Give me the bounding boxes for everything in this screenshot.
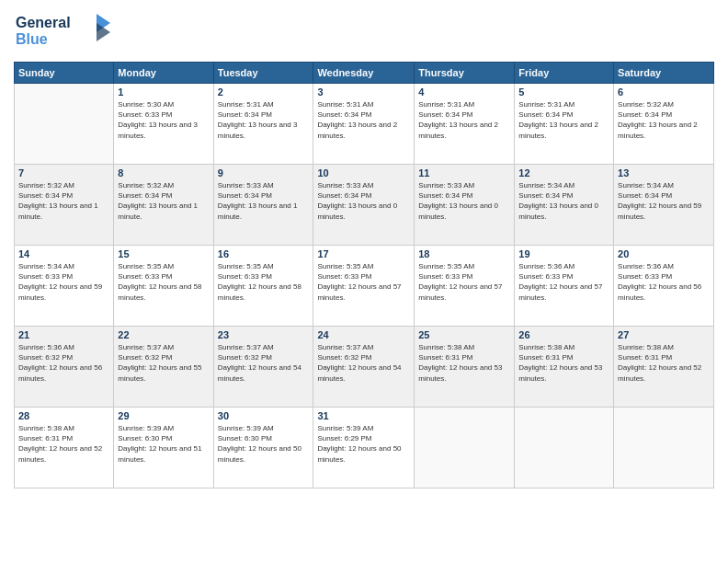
day-number: 3 xyxy=(317,86,410,98)
day-info: Sunrise: 5:38 AMSunset: 6:31 PMDaylight:… xyxy=(618,342,710,384)
calendar-cell: 31Sunrise: 5:39 AMSunset: 6:29 PMDayligh… xyxy=(313,408,415,488)
calendar-cell: 19Sunrise: 5:36 AMSunset: 6:33 PMDayligh… xyxy=(515,246,614,327)
day-info: Sunrise: 5:37 AMSunset: 6:32 PMDaylight:… xyxy=(317,342,410,384)
calendar-cell xyxy=(515,408,614,488)
logo: General Blue xyxy=(14,9,115,54)
header: General Blue xyxy=(14,9,714,54)
day-number: 12 xyxy=(518,167,609,178)
weekday-header-thursday: Thursday xyxy=(415,63,515,84)
day-number: 16 xyxy=(218,248,310,259)
calendar-cell: 14Sunrise: 5:34 AMSunset: 6:33 PMDayligh… xyxy=(15,246,114,327)
calendar-cell: 10Sunrise: 5:33 AMSunset: 6:34 PMDayligh… xyxy=(313,165,415,246)
day-info: Sunrise: 5:37 AMSunset: 6:32 PMDaylight:… xyxy=(218,342,310,384)
day-number: 27 xyxy=(618,329,710,340)
day-info: Sunrise: 5:34 AMSunset: 6:34 PMDaylight:… xyxy=(518,180,609,222)
weekday-header-sunday: Sunday xyxy=(15,63,114,84)
day-number: 5 xyxy=(518,86,609,98)
day-number: 22 xyxy=(118,329,209,340)
calendar-page: General Blue SundayMondayTuesdayWednesda… xyxy=(0,0,728,563)
day-info: Sunrise: 5:34 AMSunset: 6:33 PMDaylight:… xyxy=(18,261,109,303)
calendar-cell: 24Sunrise: 5:37 AMSunset: 6:32 PMDayligh… xyxy=(313,327,415,408)
calendar-cell: 29Sunrise: 5:39 AMSunset: 6:30 PMDayligh… xyxy=(114,408,213,488)
day-number: 24 xyxy=(317,329,410,340)
day-info: Sunrise: 5:35 AMSunset: 6:33 PMDaylight:… xyxy=(218,261,310,303)
day-number: 9 xyxy=(218,167,310,178)
calendar-cell: 7Sunrise: 5:32 AMSunset: 6:34 PMDaylight… xyxy=(15,165,114,246)
day-info: Sunrise: 5:37 AMSunset: 6:32 PMDaylight:… xyxy=(118,342,209,384)
day-info: Sunrise: 5:31 AMSunset: 6:34 PMDaylight:… xyxy=(218,99,310,141)
day-number: 19 xyxy=(518,248,609,259)
calendar-cell: 22Sunrise: 5:37 AMSunset: 6:32 PMDayligh… xyxy=(114,327,213,408)
day-number: 13 xyxy=(618,167,710,178)
week-row-5: 28Sunrise: 5:38 AMSunset: 6:31 PMDayligh… xyxy=(15,408,714,488)
calendar-cell: 30Sunrise: 5:39 AMSunset: 6:30 PMDayligh… xyxy=(213,408,313,488)
calendar-cell: 2Sunrise: 5:31 AMSunset: 6:34 PMDaylight… xyxy=(213,84,313,165)
calendar-cell: 4Sunrise: 5:31 AMSunset: 6:34 PMDaylight… xyxy=(415,84,515,165)
calendar-cell: 27Sunrise: 5:38 AMSunset: 6:31 PMDayligh… xyxy=(614,327,714,408)
day-info: Sunrise: 5:36 AMSunset: 6:32 PMDaylight:… xyxy=(18,342,109,384)
day-number: 7 xyxy=(18,167,109,178)
calendar-cell: 18Sunrise: 5:35 AMSunset: 6:33 PMDayligh… xyxy=(415,246,515,327)
day-number: 1 xyxy=(118,86,209,98)
weekday-header-monday: Monday xyxy=(114,63,213,84)
day-info: Sunrise: 5:31 AMSunset: 6:34 PMDaylight:… xyxy=(418,99,510,141)
calendar-cell: 13Sunrise: 5:34 AMSunset: 6:34 PMDayligh… xyxy=(614,165,714,246)
day-info: Sunrise: 5:32 AMSunset: 6:34 PMDaylight:… xyxy=(118,180,209,222)
day-info: Sunrise: 5:33 AMSunset: 6:34 PMDaylight:… xyxy=(418,180,510,222)
day-number: 29 xyxy=(118,410,209,421)
day-info: Sunrise: 5:32 AMSunset: 6:34 PMDaylight:… xyxy=(18,180,109,222)
day-number: 14 xyxy=(18,248,109,259)
weekday-header-friday: Friday xyxy=(515,63,614,84)
calendar-cell: 1Sunrise: 5:30 AMSunset: 6:33 PMDaylight… xyxy=(114,84,213,165)
day-number: 10 xyxy=(317,167,410,178)
day-info: Sunrise: 5:39 AMSunset: 6:30 PMDaylight:… xyxy=(218,423,310,465)
day-number: 21 xyxy=(18,329,109,340)
day-number: 28 xyxy=(18,410,109,421)
weekday-header-saturday: Saturday xyxy=(614,63,714,84)
calendar-cell xyxy=(15,84,114,165)
day-info: Sunrise: 5:38 AMSunset: 6:31 PMDaylight:… xyxy=(18,423,109,465)
calendar-cell: 9Sunrise: 5:33 AMSunset: 6:34 PMDaylight… xyxy=(213,165,313,246)
svg-text:Blue: Blue xyxy=(16,31,48,47)
calendar-cell: 3Sunrise: 5:31 AMSunset: 6:34 PMDaylight… xyxy=(313,84,415,165)
calendar-cell: 12Sunrise: 5:34 AMSunset: 6:34 PMDayligh… xyxy=(515,165,614,246)
day-number: 4 xyxy=(418,86,510,98)
day-number: 31 xyxy=(317,410,410,421)
calendar-cell xyxy=(415,408,515,488)
day-info: Sunrise: 5:39 AMSunset: 6:30 PMDaylight:… xyxy=(118,423,209,465)
calendar-cell xyxy=(614,408,714,488)
day-number: 8 xyxy=(118,167,209,178)
day-number: 23 xyxy=(218,329,310,340)
calendar-cell: 23Sunrise: 5:37 AMSunset: 6:32 PMDayligh… xyxy=(213,327,313,408)
day-number: 2 xyxy=(218,86,310,98)
calendar-cell: 6Sunrise: 5:32 AMSunset: 6:34 PMDaylight… xyxy=(614,84,714,165)
calendar-cell: 20Sunrise: 5:36 AMSunset: 6:33 PMDayligh… xyxy=(614,246,714,327)
day-number: 11 xyxy=(418,167,510,178)
day-number: 18 xyxy=(418,248,510,259)
calendar-cell: 25Sunrise: 5:38 AMSunset: 6:31 PMDayligh… xyxy=(415,327,515,408)
day-info: Sunrise: 5:31 AMSunset: 6:34 PMDaylight:… xyxy=(317,99,410,141)
week-row-4: 21Sunrise: 5:36 AMSunset: 6:32 PMDayligh… xyxy=(15,327,714,408)
day-info: Sunrise: 5:35 AMSunset: 6:33 PMDaylight:… xyxy=(317,261,410,303)
calendar-cell: 28Sunrise: 5:38 AMSunset: 6:31 PMDayligh… xyxy=(15,408,114,488)
day-number: 30 xyxy=(218,410,310,421)
calendar-cell: 21Sunrise: 5:36 AMSunset: 6:32 PMDayligh… xyxy=(15,327,114,408)
day-number: 25 xyxy=(418,329,510,340)
calendar-table: SundayMondayTuesdayWednesdayThursdayFrid… xyxy=(14,62,714,488)
day-info: Sunrise: 5:38 AMSunset: 6:31 PMDaylight:… xyxy=(418,342,510,384)
calendar-cell: 15Sunrise: 5:35 AMSunset: 6:33 PMDayligh… xyxy=(114,246,213,327)
day-info: Sunrise: 5:33 AMSunset: 6:34 PMDaylight:… xyxy=(218,180,310,222)
calendar-cell: 11Sunrise: 5:33 AMSunset: 6:34 PMDayligh… xyxy=(415,165,515,246)
day-info: Sunrise: 5:33 AMSunset: 6:34 PMDaylight:… xyxy=(317,180,410,222)
weekday-header-wednesday: Wednesday xyxy=(313,63,415,84)
calendar-cell: 16Sunrise: 5:35 AMSunset: 6:33 PMDayligh… xyxy=(213,246,313,327)
logo-text: General Blue xyxy=(14,9,115,54)
week-row-3: 14Sunrise: 5:34 AMSunset: 6:33 PMDayligh… xyxy=(15,246,714,327)
day-info: Sunrise: 5:35 AMSunset: 6:33 PMDaylight:… xyxy=(118,261,209,303)
day-info: Sunrise: 5:34 AMSunset: 6:34 PMDaylight:… xyxy=(618,180,710,222)
day-info: Sunrise: 5:39 AMSunset: 6:29 PMDaylight:… xyxy=(317,423,410,465)
calendar-cell: 5Sunrise: 5:31 AMSunset: 6:34 PMDaylight… xyxy=(515,84,614,165)
day-info: Sunrise: 5:30 AMSunset: 6:33 PMDaylight:… xyxy=(118,99,209,141)
calendar-cell: 26Sunrise: 5:38 AMSunset: 6:31 PMDayligh… xyxy=(515,327,614,408)
weekday-header-row: SundayMondayTuesdayWednesdayThursdayFrid… xyxy=(15,63,714,84)
